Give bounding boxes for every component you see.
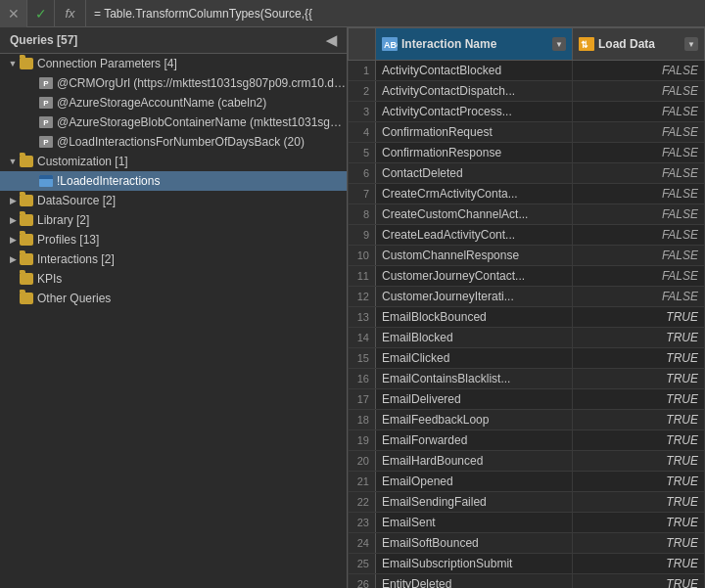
row-number: 8 <box>349 204 376 225</box>
row-number: 22 <box>349 492 376 513</box>
sidebar-item-library[interactable]: ▶Library [2] <box>0 210 347 230</box>
sidebar-item-datasource[interactable]: ▶DataSource [2] <box>0 191 347 210</box>
main-area: Queries [57] ◀ ▼Connection Parameters [4… <box>0 27 705 588</box>
interaction-name-cell: EmailSubscriptionSubmit <box>376 554 573 574</box>
sidebar-item-interactions[interactable]: ▶Interactions [2] <box>0 249 347 269</box>
row-number: 18 <box>349 410 376 430</box>
load-data-cell: TRUE <box>573 307 705 328</box>
row-number: 25 <box>349 554 376 574</box>
cancel-button[interactable]: ✕ <box>0 0 27 27</box>
confirm-button[interactable]: ✓ <box>27 0 55 27</box>
tree-label-other-queries: Other Queries <box>37 292 347 305</box>
sidebar-item-other-queries[interactable]: Other Queries <box>0 289 347 308</box>
data-table-container[interactable]: ABC Interaction Name ▼ <box>348 27 705 588</box>
formula-bar: ✕ ✓ fx = Table.TransformColumnTypes(Sour… <box>0 0 705 27</box>
table-row: 22EmailSendingFailedTRUE <box>349 492 705 513</box>
row-number: 4 <box>349 122 376 143</box>
table-row: 13EmailBlockBouncedTRUE <box>349 307 705 328</box>
interaction-name-cell: EmailOpened <box>376 472 573 492</box>
row-number: 6 <box>349 163 376 184</box>
tree-label-connection-params: Connection Parameters [4] <box>37 57 347 70</box>
tree-arrow-library: ▶ <box>6 215 20 225</box>
row-number: 9 <box>349 225 376 246</box>
interaction-name-cell: EmailBlockBounced <box>376 307 573 328</box>
interaction-name-cell: EmailSent <box>376 513 573 533</box>
sidebar-item-connection-params[interactable]: ▼Connection Parameters [4] <box>0 54 347 73</box>
collapse-button[interactable]: ◀ <box>326 33 337 47</box>
table-row: 21EmailOpenedTRUE <box>349 472 705 492</box>
table-row: 11CustomerJourneyContact...FALSE <box>349 266 705 287</box>
tree-arrow-datasource: ▶ <box>6 196 20 205</box>
interaction-name-dropdown[interactable]: ▼ <box>552 37 566 51</box>
table-row: 3ActivityContactProcess...FALSE <box>349 102 705 122</box>
tree-arrow-customization: ▼ <box>6 157 20 166</box>
load-data-cell: FALSE <box>573 204 705 225</box>
table-row: 7CreateCrmActivityConta...FALSE <box>349 184 705 204</box>
tree-label-azure-storage-account: @AzureStorageAccountName (cabeln2) <box>57 96 347 110</box>
load-data-cell: TRUE <box>573 574 705 589</box>
load-data-cell: TRUE <box>573 410 705 430</box>
table-row: 10CustomChannelResponseFALSE <box>349 246 705 266</box>
data-table: ABC Interaction Name ▼ <box>348 27 705 588</box>
tree-label-library: Library [2] <box>37 213 347 227</box>
abc-type-icon: ABC <box>382 37 398 51</box>
table-row: 26EntityDeletedTRUE <box>349 574 705 589</box>
interaction-name-cell: CreateCustomChannelAct... <box>376 204 573 225</box>
folder-icon-customization <box>20 156 33 167</box>
load-data-cell: TRUE <box>573 430 705 451</box>
load-data-cell: TRUE <box>573 472 705 492</box>
load-data-cell: TRUE <box>573 533 705 554</box>
interaction-name-cell: EmailHardBounced <box>376 451 573 472</box>
col-header-interaction-name[interactable]: ABC Interaction Name ▼ <box>376 28 573 61</box>
row-number: 17 <box>349 389 376 410</box>
tree-label-interactions: Interactions [2] <box>37 252 347 266</box>
sidebar-item-kpis[interactable]: KPIs <box>0 269 347 289</box>
row-number: 20 <box>349 451 376 472</box>
row-number: 15 <box>349 348 376 369</box>
table-row: 1ActivityContactBlockedFALSE <box>349 61 705 81</box>
row-number: 5 <box>349 143 376 163</box>
queries-title: Queries [57] <box>10 33 77 47</box>
folder-icon-other-queries <box>20 293 33 304</box>
row-number: 11 <box>349 266 376 287</box>
table-row: 4ConfirmationRequestFALSE <box>349 122 705 143</box>
sidebar-item-crm-org-url[interactable]: P@CRMOrgUrl (https://mkttest1031sg807p09… <box>0 73 347 93</box>
sidebar-item-azure-blob-container[interactable]: P@AzureStorageBlobContainerName (mkttest… <box>0 113 347 132</box>
sidebar-item-customization[interactable]: ▼Customization [1] <box>0 152 347 171</box>
interaction-name-cell: EmailDelivered <box>376 389 573 410</box>
load-data-dropdown[interactable]: ▼ <box>684 37 698 51</box>
tree-arrow-profiles: ▶ <box>6 235 20 245</box>
interaction-name-cell: EntityDeleted <box>376 574 573 589</box>
row-number: 1 <box>349 61 376 81</box>
sidebar-item-profiles[interactable]: ▶Profiles [13] <box>0 230 347 249</box>
table-row: 14EmailBlockedTRUE <box>349 328 705 348</box>
formula-text[interactable]: = Table.TransformColumnTypes(Source,{{ <box>86 7 705 21</box>
table-row: 5ConfirmationResponseFALSE <box>349 143 705 163</box>
folder-icon-profiles <box>20 234 33 246</box>
sidebar-item-loaded-interactions[interactable]: !LoadedInteractions <box>0 171 347 191</box>
table-row: 20EmailHardBouncedTRUE <box>349 451 705 472</box>
table-row: 12CustomerJourneyIterati...FALSE <box>349 287 705 307</box>
interaction-name-cell: CustomerJourneyIterati... <box>376 287 573 307</box>
interaction-name-cell: EmailForwarded <box>376 430 573 451</box>
interaction-name-cell: CreateLeadActivityCont... <box>376 225 573 246</box>
folder-icon-connection-params <box>20 58 33 69</box>
tree-label-azure-blob-container: @AzureStorageBlobContainerName (mkttest1… <box>57 115 347 129</box>
row-number: 23 <box>349 513 376 533</box>
row-number: 2 <box>349 81 376 102</box>
col-header-load-data[interactable]: ⇅ Load Data ▼ <box>573 28 705 61</box>
load-data-cell: TRUE <box>573 348 705 369</box>
interaction-name-cell: ConfirmationRequest <box>376 122 573 143</box>
table-icon-loaded-interactions <box>39 175 53 187</box>
interaction-name-cell: CreateCrmActivityConta... <box>376 184 573 204</box>
queries-panel: Queries [57] ◀ ▼Connection Parameters [4… <box>0 27 348 588</box>
tree-label-loaded-interactions: !LoadedInteractions <box>57 174 347 188</box>
sidebar-item-azure-storage-account[interactable]: P@AzureStorageAccountName (cabeln2) <box>0 93 347 113</box>
load-data-cell: TRUE <box>573 369 705 389</box>
folder-icon-library <box>20 214 33 226</box>
sidebar-item-load-interactions[interactable]: P@LoadInteractionsForNumberOfDaysBack (2… <box>0 132 347 152</box>
svg-text:⇅: ⇅ <box>581 40 588 50</box>
load-data-cell: FALSE <box>573 225 705 246</box>
interaction-name-cell: CustomChannelResponse <box>376 246 573 266</box>
tree-label-kpis: KPIs <box>37 272 347 286</box>
